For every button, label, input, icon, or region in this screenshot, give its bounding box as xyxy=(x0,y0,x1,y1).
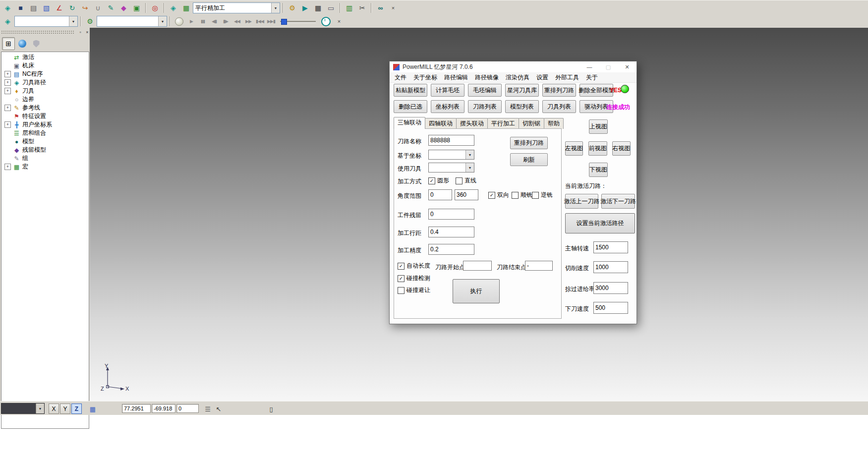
toolbar-close-icon[interactable]: × xyxy=(335,17,343,25)
stepover-input[interactable] xyxy=(428,227,474,237)
calc-block-button[interactable]: 计算毛坯 xyxy=(431,84,464,97)
angle-from-input[interactable] xyxy=(428,189,452,200)
collision-check-checkbox[interactable]: 碰撞检测 xyxy=(398,274,430,283)
chevron-down-icon[interactable] xyxy=(465,163,474,172)
view-left-button[interactable]: 左视图 xyxy=(565,141,583,156)
workplane-target-icon[interactable] xyxy=(149,2,161,14)
start-point-input[interactable] xyxy=(463,261,492,271)
paste-new-model-button[interactable]: 粘贴新模型 xyxy=(394,84,427,97)
tree-item-pattern[interactable]: + 参考线 xyxy=(1,104,89,112)
view-glasses-icon[interactable] xyxy=(374,2,387,14)
transform-rotate-icon[interactable] xyxy=(66,2,78,14)
go-to-end-button[interactable] xyxy=(266,16,277,27)
menu-settings[interactable]: 设置 xyxy=(533,72,552,83)
tree-item-group[interactable]: 组 xyxy=(1,154,89,163)
use-tool-combobox[interactable] xyxy=(428,163,474,173)
tree-item-tool[interactable]: + 刀具 xyxy=(1,87,89,95)
checkbox-unchecked-icon[interactable] xyxy=(398,287,405,294)
view-right-button[interactable]: 右视图 xyxy=(612,141,631,156)
toolpath-name-input[interactable] xyxy=(428,135,474,146)
menu-coords[interactable]: 关于坐标 xyxy=(410,72,441,83)
lightbulb-icon[interactable] xyxy=(175,17,183,26)
axis-z-button[interactable]: Z xyxy=(71,404,82,414)
conventional-checkbox[interactable]: 逆铣 xyxy=(532,191,553,199)
keypad-icon[interactable] xyxy=(325,2,337,14)
pattern-draw-icon[interactable] xyxy=(105,2,117,14)
skim-feed-input[interactable] xyxy=(593,282,628,294)
cutting-feed-input[interactable] xyxy=(593,261,628,273)
checkbox-unchecked-icon[interactable] xyxy=(456,177,463,184)
tree-item-nc-program[interactable]: + NC程序 xyxy=(1,70,89,78)
model-list-button[interactable]: 模型列表 xyxy=(505,100,539,113)
strategy-table-icon[interactable] xyxy=(180,2,192,14)
delete-selected-button[interactable]: 删除已选 xyxy=(394,100,427,113)
panel-toggle-icon[interactable] xyxy=(266,404,277,414)
tree-item-workplane[interactable]: + 用户坐标系 xyxy=(1,120,89,129)
checkbox-checked-icon[interactable] xyxy=(428,177,435,184)
calculator-icon[interactable] xyxy=(312,2,324,14)
statistics-icon[interactable] xyxy=(343,2,355,14)
expander-icon[interactable]: + xyxy=(4,105,11,111)
climb-checkbox[interactable]: 顺铣 xyxy=(512,191,532,199)
block-icon[interactable] xyxy=(40,2,53,14)
activate-prev-button[interactable]: 激活上一刀路 xyxy=(565,194,598,209)
method-circle-checkbox[interactable]: 圆形 xyxy=(428,176,449,185)
clone-model-icon[interactable] xyxy=(130,2,143,14)
tab-saw[interactable]: 切割锯 xyxy=(519,118,544,129)
background-color-combobox[interactable] xyxy=(1,403,45,414)
menu-path-edit[interactable]: 路径编辑 xyxy=(441,72,471,83)
view-top-button[interactable]: 上视图 xyxy=(589,119,608,134)
play-button[interactable] xyxy=(186,16,197,27)
simulation-tool-icon[interactable] xyxy=(84,15,96,28)
rearrange-toolpaths-button[interactable]: 重排列刀路 xyxy=(542,84,576,97)
expander-icon[interactable]: + xyxy=(4,71,11,77)
simulation-tool-combobox[interactable] xyxy=(97,16,167,27)
maximize-button[interactable]: ▢ xyxy=(599,61,618,72)
execute-button[interactable]: 执行 xyxy=(453,279,500,303)
tree-item-feature-set[interactable]: 特征设置 xyxy=(1,112,89,120)
drag-grip-icon[interactable] xyxy=(1,31,75,34)
panel-dock-header[interactable]: ▫ × xyxy=(0,29,92,36)
pause-button[interactable] xyxy=(197,16,208,27)
powermill-logo-icon[interactable] xyxy=(1,2,14,14)
shield-icon[interactable] xyxy=(30,37,43,50)
toolpath-tools-icon[interactable] xyxy=(286,2,298,14)
checkbox-checked-icon[interactable] xyxy=(398,263,405,270)
menu-about[interactable]: 关于 xyxy=(582,72,601,83)
toolpath-icon[interactable] xyxy=(167,2,179,14)
bidirectional-checkbox[interactable]: 双向 xyxy=(488,191,509,199)
rewind-button[interactable] xyxy=(231,16,242,27)
angle-to-input[interactable] xyxy=(455,189,478,200)
tool-library-button[interactable]: 星河刀具库 xyxy=(505,84,539,97)
simulation-toolpath-combobox[interactable] xyxy=(14,16,78,27)
axis-y-button[interactable]: Y xyxy=(60,404,70,414)
minimize-button[interactable]: — xyxy=(580,61,599,72)
tab-3axis[interactable]: 三轴联动 xyxy=(394,117,425,129)
collision-avoid-checkbox[interactable]: 碰撞避让 xyxy=(398,286,430,294)
tree-item-toolpath[interactable]: + 刀具路径 xyxy=(1,78,89,87)
active-toolpath-combobox[interactable]: 平行精加工 xyxy=(193,2,280,13)
auto-length-checkbox[interactable]: 自动长度 xyxy=(398,262,430,270)
expander-icon[interactable]: + xyxy=(4,88,11,94)
dialog-titlebar[interactable]: PowerMILL 忆梦星河 7.0.6 — ▢ ✕ xyxy=(390,61,637,73)
tab-tilt-head[interactable]: 摆头联动 xyxy=(456,118,488,129)
grid-toggle-icon[interactable] xyxy=(87,404,98,414)
menu-external-tools[interactable]: 外部工具 xyxy=(552,72,582,83)
menu-render-sim[interactable]: 渲染仿真 xyxy=(502,72,533,83)
checkbox-unchecked-icon[interactable] xyxy=(532,192,539,199)
step-forward-button[interactable] xyxy=(220,16,231,27)
print-icon[interactable] xyxy=(27,2,40,14)
menu-file[interactable]: 文件 xyxy=(391,72,410,83)
rearrange-toolpath-button[interactable]: 重排列刀路 xyxy=(510,137,548,149)
activate-next-button[interactable]: 激活下一刀路 xyxy=(601,194,635,209)
tree-item-machine[interactable]: 机床 xyxy=(1,61,89,70)
toolbar-close-icon[interactable]: × xyxy=(389,4,397,12)
snap-list-icon[interactable] xyxy=(202,404,213,414)
tool-list-button[interactable]: 刀具列表 xyxy=(542,100,576,113)
plunge-feed-input[interactable] xyxy=(593,302,628,314)
feature-icon[interactable] xyxy=(117,2,130,14)
tolerance-input[interactable] xyxy=(428,244,474,255)
tab-parallel[interactable]: 平行加工 xyxy=(487,118,519,129)
clock-icon[interactable] xyxy=(321,17,331,26)
go-to-start-button[interactable] xyxy=(254,16,265,27)
